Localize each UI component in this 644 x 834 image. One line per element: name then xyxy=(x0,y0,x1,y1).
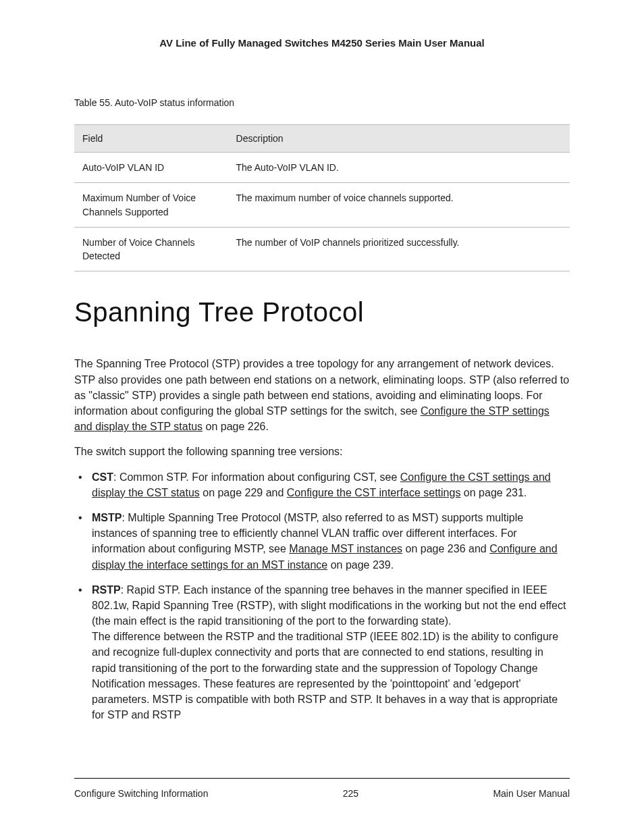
link-manage-mst[interactable]: Manage MST instances xyxy=(289,543,402,554)
section-heading: Spanning Tree Protocol xyxy=(74,297,570,328)
cell-description: The Auto-VoIP VLAN ID. xyxy=(228,153,570,183)
list-text: The difference between the RSTP and the … xyxy=(92,631,558,721)
list-text: on page 236 and xyxy=(402,543,489,554)
cell-description: The maximum number of voice channels sup… xyxy=(228,183,570,228)
column-header-field: Field xyxy=(74,125,228,153)
term-mstp: MSTP xyxy=(92,512,122,523)
link-configure-cst-interface[interactable]: Configure the CST interface settings xyxy=(287,487,461,498)
list-text: : Common STP. For information about conf… xyxy=(113,471,400,483)
footer-rule xyxy=(74,778,570,779)
cell-field: Number of Voice Channels Detected xyxy=(74,227,228,271)
cell-field: Maximum Number of Voice Channels Support… xyxy=(74,183,228,228)
cell-field: Auto-VoIP VLAN ID xyxy=(74,153,228,183)
stp-versions-list: CST: Common STP. For information about c… xyxy=(74,469,570,723)
list-item-mstp: MSTP: Multiple Spanning Tree Protocol (M… xyxy=(88,510,570,573)
list-item-rstp: RSTP: Rapid STP. Each instance of the sp… xyxy=(88,582,570,723)
list-text: on page 239. xyxy=(327,559,394,571)
term-cst: CST xyxy=(92,471,113,483)
table-row: Maximum Number of Voice Channels Support… xyxy=(74,183,570,228)
list-text: : Rapid STP. Each instance of the spanni… xyxy=(92,584,566,627)
term-rstp: RSTP xyxy=(92,584,121,596)
list-item-cst: CST: Common STP. For information about c… xyxy=(88,469,570,500)
paragraph-text: on page 226. xyxy=(203,421,269,432)
voip-status-table: Field Description Auto-VoIP VLAN ID The … xyxy=(74,124,570,271)
cell-description: The number of VoIP channels prioritized … xyxy=(228,227,570,271)
table-row: Number of Voice Channels Detected The nu… xyxy=(74,227,570,271)
supported-versions-paragraph: The switch support the following spannin… xyxy=(74,444,570,459)
table-row: Auto-VoIP VLAN ID The Auto-VoIP VLAN ID. xyxy=(74,153,570,183)
page-number: 225 xyxy=(343,788,358,799)
list-text: on page 229 and xyxy=(200,487,287,498)
document-header: AV Line of Fully Managed Switches M4250 … xyxy=(74,37,570,49)
page-footer: Configure Switching Information 225 Main… xyxy=(74,778,570,799)
list-text: on page 231. xyxy=(460,487,527,498)
footer-section-title: Configure Switching Information xyxy=(74,788,208,799)
table-header-row: Field Description xyxy=(74,125,570,153)
column-header-description: Description xyxy=(228,125,570,153)
intro-paragraph: The Spanning Tree Protocol (STP) provide… xyxy=(74,356,570,434)
table-caption: Table 55. Auto-VoIP status information xyxy=(74,97,570,108)
footer-manual-title: Main User Manual xyxy=(493,788,570,799)
